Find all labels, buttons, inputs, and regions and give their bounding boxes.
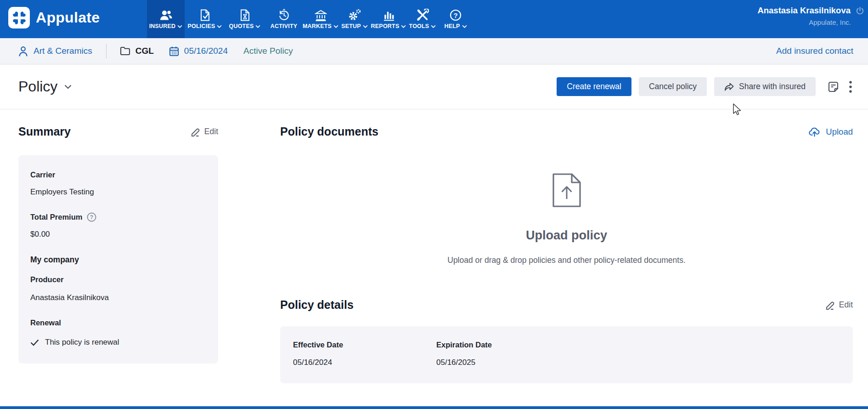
user-menu[interactable]: Anastasia Krasilnikova bbox=[757, 6, 864, 16]
policy-details-edit-button[interactable]: Edit bbox=[825, 300, 853, 310]
policy-details-card: Effective Date 05/16/2024 Expiration Dat… bbox=[280, 326, 853, 383]
policy-details-section: Policy details Edit bbox=[280, 298, 853, 312]
breadcrumb-divider bbox=[106, 44, 107, 58]
nav-item-activity[interactable]: ACTIVITY bbox=[265, 0, 303, 38]
kebab-menu-icon bbox=[849, 81, 852, 93]
upload-button[interactable]: Upload bbox=[809, 126, 853, 137]
policy-status-badge: Active Policy bbox=[243, 46, 293, 56]
dropzone-hint: Upload or drag & drop policies and other… bbox=[280, 256, 853, 265]
chevron-down-icon bbox=[177, 25, 182, 28]
producer-label: Producer bbox=[30, 275, 207, 284]
help-icon: ? bbox=[450, 9, 462, 21]
total-premium-label: Total Premium bbox=[30, 213, 82, 222]
document-upload-icon bbox=[552, 173, 581, 207]
main-nav: INSURED POLICIES QUOTES bbox=[147, 0, 472, 38]
person-icon bbox=[18, 46, 28, 57]
nav-label-reports: REPORTS bbox=[371, 23, 400, 29]
bottom-accent-strip bbox=[0, 406, 868, 409]
folder-icon bbox=[120, 46, 130, 56]
activity-icon bbox=[278, 9, 290, 21]
renewal-label: Renewal bbox=[30, 318, 207, 327]
nav-label-setup: SETUP bbox=[341, 23, 361, 29]
nav-label-markets: MARKETS bbox=[303, 23, 332, 29]
user-area: Anastasia Krasilnikova Appulate, Inc. bbox=[757, 6, 864, 26]
insured-icon bbox=[159, 9, 173, 21]
dropzone-title: Upload policy bbox=[280, 228, 853, 243]
expiration-date-value: 05/16/2025 bbox=[436, 358, 580, 367]
nav-item-tools[interactable]: TOOLS bbox=[406, 0, 439, 38]
nav-label-help: HELP bbox=[444, 23, 460, 29]
nav-item-policies[interactable]: POLICIES bbox=[185, 0, 225, 38]
chevron-down-icon bbox=[431, 25, 436, 28]
page-actions: Create renewal Cancel policy Share with … bbox=[557, 77, 854, 96]
chevron-down-icon bbox=[217, 25, 222, 28]
effective-date-label: Effective Date bbox=[293, 341, 436, 349]
policy-details-heading: Policy details bbox=[280, 298, 354, 312]
nav-item-reports[interactable]: REPORTS bbox=[371, 0, 406, 38]
page-title: Policy bbox=[18, 78, 57, 95]
summary-card: Carrier Employers Testing Total Premium … bbox=[18, 155, 218, 364]
breadcrumb-insured-link[interactable]: Art & Ceramics bbox=[34, 46, 92, 56]
policy-documents-heading: Policy documents bbox=[280, 125, 378, 138]
breadcrumb-date-link[interactable]: 05/16/2024 bbox=[184, 46, 228, 56]
chevron-down-icon bbox=[363, 25, 368, 28]
nav-label-tools: TOOLS bbox=[409, 23, 429, 29]
breadcrumb-lob[interactable]: CGL bbox=[135, 46, 154, 56]
carrier-label: Carrier bbox=[30, 170, 207, 179]
chevron-down-icon bbox=[401, 25, 406, 28]
summary-edit-button[interactable]: Edit bbox=[191, 127, 218, 136]
breadcrumb: Art & Ceramics CGL 05/16/2024 Active Pol… bbox=[0, 38, 868, 64]
user-company: Appulate, Inc. bbox=[757, 18, 851, 26]
share-with-insured-button[interactable]: Share with insured bbox=[714, 77, 816, 96]
note-icon bbox=[828, 81, 839, 92]
nav-label-insured: INSURED bbox=[149, 23, 176, 29]
chevron-down-icon bbox=[64, 85, 72, 89]
page-header-row: Policy Create renewal Cancel policy Shar… bbox=[0, 64, 868, 109]
effective-date-value: 05/16/2024 bbox=[293, 358, 436, 367]
pencil-icon bbox=[191, 127, 200, 136]
summary-heading: Summary bbox=[18, 125, 71, 138]
clover-logo-icon bbox=[8, 7, 30, 28]
svg-text:?: ? bbox=[90, 214, 93, 221]
nav-item-markets[interactable]: MARKETS bbox=[303, 0, 338, 38]
checkmark-icon bbox=[30, 339, 39, 346]
producer-value: Anastasia Krasilnikova bbox=[30, 293, 207, 302]
policy-documents-section: Policy documents Upload Upload policy Up… bbox=[280, 125, 853, 383]
page-title-dropdown[interactable]: Policy bbox=[18, 78, 72, 95]
nav-label-activity: ACTIVITY bbox=[271, 23, 298, 29]
calendar-icon bbox=[169, 46, 179, 57]
add-insured-contact-link[interactable]: Add insured contact bbox=[776, 46, 853, 56]
more-options-button[interactable] bbox=[847, 79, 854, 95]
chevron-down-icon bbox=[255, 25, 260, 28]
share-forward-icon bbox=[724, 83, 734, 91]
my-company-label: My company bbox=[30, 255, 207, 265]
expiration-date-label: Expiration Date bbox=[436, 341, 580, 349]
nav-label-policies: POLICIES bbox=[188, 23, 215, 29]
carrier-value-link[interactable]: Employers Testing bbox=[30, 187, 207, 197]
user-name: Anastasia Krasilnikova bbox=[757, 6, 851, 16]
chevron-down-icon bbox=[462, 25, 467, 28]
effective-date-field: Effective Date 05/16/2024 bbox=[293, 341, 436, 367]
notes-button[interactable] bbox=[826, 80, 841, 94]
renewal-value: This policy is renewal bbox=[45, 338, 119, 347]
summary-section: Summary Edit Carrier Employers Testing T… bbox=[18, 125, 218, 364]
power-logout-icon[interactable] bbox=[856, 6, 864, 15]
nav-item-help[interactable]: ? HELP bbox=[439, 0, 472, 38]
expiration-date-field: Expiration Date 05/16/2025 bbox=[436, 341, 580, 367]
help-circle-icon[interactable]: ? bbox=[87, 212, 96, 222]
upload-dropzone[interactable]: Upload policy Upload or drag & drop poli… bbox=[280, 173, 853, 265]
nav-item-quotes[interactable]: QUOTES bbox=[225, 0, 265, 38]
cancel-policy-button[interactable]: Cancel policy bbox=[639, 77, 707, 96]
total-premium-value-link[interactable]: $0.00 bbox=[30, 230, 207, 239]
svg-text:?: ? bbox=[453, 11, 457, 19]
nav-item-setup[interactable]: SETUP bbox=[338, 0, 371, 38]
nav-item-insured[interactable]: INSURED bbox=[147, 0, 185, 38]
appulate-logo[interactable]: Appulate bbox=[8, 7, 100, 28]
markets-icon bbox=[315, 9, 327, 21]
create-renewal-button[interactable]: Create renewal bbox=[557, 77, 631, 96]
tools-icon bbox=[417, 9, 429, 21]
pencil-icon bbox=[825, 300, 835, 310]
nav-label-quotes: QUOTES bbox=[229, 23, 254, 29]
reports-icon bbox=[383, 9, 395, 21]
brand-name: Appulate bbox=[36, 9, 100, 26]
